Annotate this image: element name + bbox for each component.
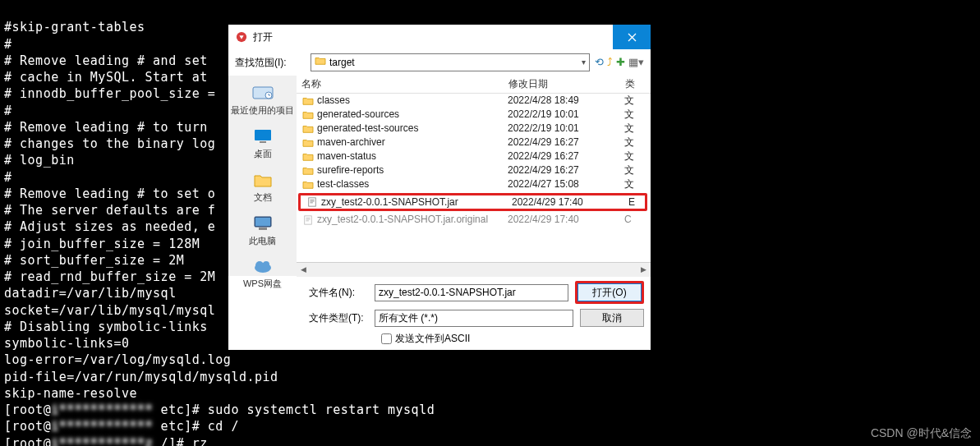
file-icon	[301, 214, 315, 226]
desktop-icon	[249, 125, 277, 148]
terminal-prompt-line[interactable]: [root@i***********z /]# rz	[4, 435, 976, 447]
sidebar-item-thispc[interactable]: 此电脑	[228, 209, 297, 251]
file-date: 2022/4/29 17:40	[508, 213, 624, 226]
sidebar-item-label: 桌面	[254, 148, 272, 160]
chevron-down-icon: ▾	[582, 57, 586, 68]
file-name: maven-archiver	[317, 136, 508, 149]
file-name: zxy_test2-0.0.1-SNAPSHOT.jar	[321, 195, 512, 209]
file-type: 文	[624, 163, 641, 177]
file-row[interactable]: generated-sources 2022/2/19 10:01 文	[297, 108, 651, 122]
folder-icon	[315, 56, 326, 69]
file-row[interactable]: test-classes 2022/4/27 15:08 文	[297, 177, 651, 191]
ascii-checkbox[interactable]	[381, 333, 392, 344]
file-date: 2022/2/19 10:01	[508, 122, 624, 135]
file-list-header[interactable]: 名称 修改日期 类	[297, 76, 651, 94]
scroll-left-icon[interactable]: ◀	[297, 263, 311, 277]
file-type: 文	[624, 94, 641, 107]
file-row[interactable]: maven-archiver 2022/4/29 16:27 文	[297, 136, 651, 149]
dialog-titlebar[interactable]: 打开	[228, 25, 651, 49]
cloud-icon	[249, 255, 277, 278]
file-type: C	[624, 213, 641, 226]
file-type: 文	[624, 177, 641, 191]
sidebar-item-desktop[interactable]: 桌面	[228, 122, 297, 163]
filename-input[interactable]	[375, 284, 568, 301]
app-icon	[235, 30, 248, 44]
sidebar-item-label: 文档	[254, 191, 272, 204]
scroll-track[interactable]	[311, 263, 637, 277]
ascii-checkbox-label: 发送文件到ASCII	[395, 332, 470, 345]
header-type[interactable]: 类	[625, 77, 642, 90]
look-in-combo[interactable]: target ▾	[311, 53, 590, 71]
computer-icon	[249, 212, 277, 235]
svg-point-10	[263, 261, 269, 268]
recent-icon	[249, 81, 277, 104]
file-type: 文	[624, 108, 641, 121]
file-row[interactable]: zxy_test2-0.0.1-SNAPSHOT.jar 2022/4/29 1…	[301, 195, 645, 209]
file-row[interactable]: maven-status 2022/4/29 16:27 文	[297, 149, 651, 163]
file-date: 2022/4/27 15:08	[508, 177, 624, 191]
file-row[interactable]: classes 2022/4/28 18:49 文	[297, 94, 651, 108]
file-type: 文	[624, 122, 641, 135]
sidebar-item-label: WPS网盘	[243, 278, 282, 290]
open-button[interactable]: 打开(O)	[577, 283, 642, 301]
look-in-label: 查找范围(I):	[235, 56, 306, 69]
new-folder-icon[interactable]: ✚	[616, 55, 625, 70]
cancel-button[interactable]: 取消	[580, 309, 644, 327]
filename-label: 文件名(N):	[309, 286, 368, 299]
scroll-right-icon[interactable]: ▶	[637, 263, 651, 277]
terminal-line: skip-name-resolve	[4, 385, 976, 402]
folder-icon	[301, 109, 315, 121]
file-name: test-classes	[317, 177, 508, 191]
header-date[interactable]: 修改日期	[508, 77, 625, 90]
file-row[interactable]: zxy_test2-0.0.1-SNAPSHOT.jar.original 20…	[297, 213, 651, 227]
places-sidebar: 最近使用的项目 桌面 文档 此电脑 WPS网盘	[228, 76, 297, 276]
sidebar-item-documents[interactable]: 文档	[228, 165, 297, 207]
folder-icon	[301, 137, 315, 149]
svg-rect-3	[255, 130, 271, 140]
horizontal-scrollbar[interactable]: ◀ ▶	[297, 262, 651, 276]
svg-rect-11	[309, 198, 316, 206]
folder-icon	[301, 179, 315, 191]
terminal-prompt-line[interactable]: [root@i************ etc]# sudo systemctl…	[4, 402, 976, 418]
file-type: 文	[624, 136, 641, 149]
highlighted-file-row: zxy_test2-0.0.1-SNAPSHOT.jar 2022/4/29 1…	[298, 193, 647, 211]
svg-rect-4	[260, 141, 266, 143]
dialog-title: 打开	[253, 30, 613, 44]
terminal-prompt-line[interactable]: [root@i************ etc]# cd /	[4, 418, 976, 435]
header-name[interactable]: 名称	[301, 77, 508, 90]
view-icon[interactable]: ▦▾	[628, 55, 644, 70]
terminal-line: log-error=/var/log/mysqld.log	[4, 352, 976, 368]
file-name: generated-sources	[317, 108, 508, 121]
file-date: 2022/4/28 18:49	[508, 94, 624, 107]
back-icon[interactable]: ⟲	[595, 55, 604, 70]
up-icon[interactable]: ⤴	[607, 55, 613, 70]
filetype-select[interactable]	[375, 310, 573, 327]
svg-point-9	[255, 261, 264, 269]
file-row[interactable]: generated-test-sources 2022/2/19 10:01 文	[297, 122, 651, 136]
file-icon	[306, 196, 319, 208]
file-name: generated-test-sources	[317, 122, 508, 135]
folder-icon	[301, 95, 315, 107]
file-date: 2022/4/29 16:27	[508, 163, 624, 177]
file-date: 2022/4/29 16:27	[508, 136, 624, 149]
close-icon	[628, 33, 637, 42]
svg-rect-6	[255, 218, 270, 226]
file-row[interactable]: surefire-reports 2022/4/29 16:27 文	[297, 163, 651, 177]
close-button[interactable]	[613, 25, 651, 49]
file-name: classes	[317, 94, 508, 107]
watermark: CSDN @时代&信念	[871, 425, 972, 441]
look-in-row: 查找范围(I): target ▾ ⟲ ⤴ ✚ ▦▾	[228, 49, 651, 76]
file-name: zxy_test2-0.0.1-SNAPSHOT.jar.original	[317, 213, 508, 226]
sidebar-item-wps[interactable]: WPS网盘	[228, 251, 297, 293]
file-type: E	[628, 195, 645, 209]
folder-icon	[301, 151, 315, 163]
sidebar-item-recent[interactable]: 最近使用的项目	[228, 78, 297, 120]
terminal-line: pid-file=/var/run/mysqld/mysqld.pid	[4, 369, 976, 385]
folder-icon	[301, 123, 315, 135]
file-date: 2022/2/19 10:01	[508, 108, 624, 121]
svg-rect-7	[259, 228, 267, 230]
toolbar-icons: ⟲ ⤴ ✚ ▦▾	[595, 55, 644, 70]
sidebar-item-label: 最近使用的项目	[231, 104, 294, 117]
file-name: maven-status	[317, 149, 508, 163]
file-name: surefire-reports	[317, 163, 508, 177]
